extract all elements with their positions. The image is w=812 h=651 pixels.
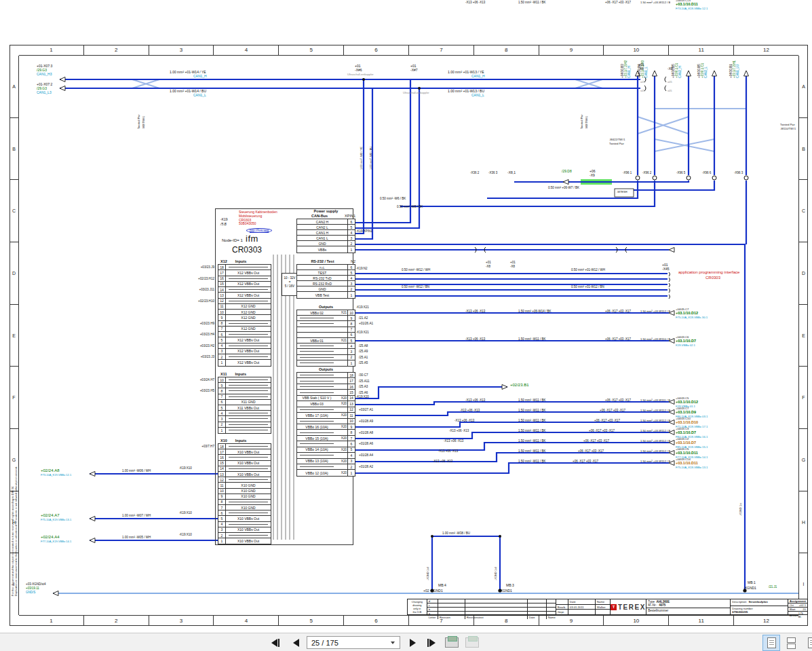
power-pin-row: CAN2 H6 bbox=[297, 219, 355, 225]
power-conn: XPIN1 bbox=[345, 214, 355, 219]
output-pin-row: 2+01/28.A2 bbox=[297, 464, 355, 470]
sheet-ref: +02/23.B1 bbox=[510, 383, 529, 388]
wire-gauge: 0.50 mm² +01-W12 / WH bbox=[571, 268, 605, 272]
ground-wire-ref: -XGND 1:d bbox=[495, 567, 498, 580]
first-page-icon-bar bbox=[278, 639, 280, 647]
wire-gauge: 0.50 mm² -W6 / BK bbox=[380, 197, 406, 200]
last-page-button[interactable] bbox=[423, 635, 440, 650]
single-page-view-button[interactable] bbox=[763, 635, 779, 650]
order-number-label: Bestellnummer bbox=[646, 608, 670, 614]
output-pin-row: VBBo 12 (10A)X201 bbox=[297, 470, 355, 475]
output-pin-row: VBBo 17 (10A)X2011 bbox=[297, 413, 355, 418]
first-page-button[interactable] bbox=[267, 635, 284, 650]
input-pin-row: 7 bbox=[218, 394, 271, 400]
connector-ref: -X36 2 bbox=[470, 171, 479, 174]
signal-name: CAN1_L3 bbox=[37, 91, 52, 95]
input-pin-row: 10X10 GND bbox=[218, 489, 271, 494]
controller-model: CR0303 bbox=[232, 245, 262, 255]
continuous-view-button[interactable] bbox=[783, 635, 799, 650]
sheet-ref: /29.D8 bbox=[562, 170, 572, 174]
terex-logo: T TEREX bbox=[611, 599, 647, 614]
power-pin-row: GND2 bbox=[297, 241, 355, 246]
x11-head: X11 bbox=[220, 372, 227, 376]
power-pin-row: CAN2 L5 bbox=[297, 225, 355, 230]
connector-pin: a05 bbox=[668, 81, 672, 84]
sheet-ref: +02/24.A4 bbox=[41, 535, 60, 540]
input-pin-row: 4 bbox=[218, 522, 271, 527]
signal-name: CAN1_H3 bbox=[37, 73, 52, 77]
connector-ref: -X8,1 bbox=[507, 171, 516, 175]
input-pin-row: +03/24.H710 bbox=[218, 377, 271, 383]
inputs-x11-block: X11Inputs +03/24.H7109+03/23.H5876X11 GN… bbox=[218, 371, 271, 434]
ruler-cell: 3 bbox=[149, 45, 214, 55]
previous-page-icon bbox=[293, 639, 299, 647]
input-pin-row: +03/23.H24 bbox=[218, 343, 271, 349]
terex-logo-mark: T bbox=[611, 604, 617, 610]
input-pin-row: +02/23.H1012 bbox=[218, 299, 271, 304]
sheet-number: 20 bbox=[803, 608, 806, 611]
api-note-model: CR0303 bbox=[705, 276, 720, 280]
ruler-cell: 4 bbox=[214, 616, 279, 626]
next-page-button[interactable] bbox=[404, 635, 421, 650]
previous-page-button[interactable] bbox=[288, 635, 304, 650]
twisted-pair-ref: -W2/TW#1 bbox=[142, 116, 146, 129]
wire-row: -X13 +06 -X13 1.50 mm² -W11 / BK +06 -X1… bbox=[353, 0, 812, 10]
sheet-ref: +03/19.11 bbox=[26, 587, 39, 590]
input-pin-row: +02/23.H1216 bbox=[218, 276, 271, 282]
connector-ref: +01 bbox=[486, 261, 491, 264]
previous-view-button[interactable] bbox=[445, 637, 459, 648]
facing-view-button[interactable] bbox=[803, 635, 812, 650]
input-pin-row: +03/7.H718 bbox=[218, 444, 271, 449]
input-pin-row: 1X10 VBBs Out bbox=[218, 538, 271, 544]
device-ref: -K19 bbox=[220, 218, 228, 222]
tap-ref: -X#7 bbox=[410, 69, 418, 73]
single-page-icon bbox=[767, 637, 776, 648]
assignment-block: Assignment Ort+02.1 Blatt20 Anzahl175 Bl… bbox=[788, 599, 807, 614]
input-pin-row: +03/23.H98 bbox=[218, 321, 271, 327]
next-view-button[interactable] bbox=[465, 637, 479, 648]
ruler-cell: 10 bbox=[604, 45, 669, 55]
input-pin-row: 7X12 GND bbox=[218, 327, 271, 332]
output-pin-row: VBBo 02X2110 bbox=[297, 310, 355, 316]
controller-red-note: Steuerung KabinenbodenMobilsteuerung CR0… bbox=[239, 210, 277, 226]
sheet-count: 175 Bl. bbox=[798, 612, 806, 618]
signal-name: CAN1_H bbox=[193, 75, 207, 79]
output-pin-row: 16/25.A3 bbox=[297, 384, 355, 390]
twisted-pair-note: Twisted Pair bbox=[581, 114, 584, 129]
wire-gauge: 0.50 mm² -W12 / BN bbox=[402, 285, 429, 289]
output-pin-row: 6+01/28.A6 bbox=[297, 441, 355, 447]
ruler-bottom: 123456789101112 bbox=[19, 615, 798, 626]
output-pin-row: VBBo 14 (10A)X205 bbox=[297, 447, 355, 453]
rs232-pin-row: RS-232 TxD4 bbox=[297, 276, 355, 281]
shield-ref: -W7ESH bbox=[617, 191, 627, 194]
title-block: Changingdrawing only inthe ICB d c b a L… bbox=[407, 599, 808, 615]
output-pin-row: 15/25.A6 bbox=[297, 390, 355, 395]
input-pin-row: 9X10 GND bbox=[218, 494, 271, 500]
inputs-x10-block: X10Inputs +03/7.H71817X10 VBBs Out1615X1… bbox=[218, 438, 271, 544]
input-pin-row: 13X12 VBBs Out bbox=[218, 293, 271, 298]
output-pin-row: 8+01/26.A1 bbox=[297, 321, 355, 327]
revision-table: d c b a LetterRevisionRevisionstextDateN… bbox=[427, 599, 556, 614]
connector-ref: -X9 bbox=[589, 174, 595, 178]
output-pin-row: VBBo 13 (10A)X203 bbox=[297, 459, 355, 464]
x12-head: X12 bbox=[220, 259, 227, 263]
input-pin-row: 17X10 VBBs Out bbox=[218, 449, 271, 455]
connector-ref: -K19:X21 bbox=[356, 331, 369, 334]
continuous-view-icon bbox=[787, 637, 796, 649]
signal-name: CAN1_L bbox=[193, 94, 206, 98]
x12-head2: Inputs bbox=[235, 259, 247, 263]
page-number-input[interactable] bbox=[307, 636, 400, 649]
input-pin-row: 7X10 GND bbox=[218, 505, 271, 510]
rs232-pin-row: GND2 bbox=[297, 286, 355, 292]
input-pin-row: +03/23.H58 bbox=[218, 388, 271, 394]
canbus-head: CAN-Bus bbox=[311, 214, 328, 218]
ground-ref: -XGND1 bbox=[499, 589, 512, 593]
can-wire-ref-stack: +04/30.B5+03/6.1.C1CAN2_H bbox=[672, 63, 682, 78]
last-page-icon bbox=[429, 639, 436, 647]
wire-gauge-vertical: 1.00 mm² -W2 / YE bbox=[360, 147, 364, 170]
wire-row: -X13 +06 -X13 1.50 mm² -W11 / BK +06 -X1… bbox=[353, 418, 812, 428]
ruler-cell: 1 bbox=[19, 616, 84, 626]
twisted-pair-ref: -W110/TW#1 bbox=[780, 128, 796, 131]
input-pin-row: 11X12 GND bbox=[218, 304, 271, 310]
connector-x96: -X96 1 bbox=[623, 171, 632, 174]
